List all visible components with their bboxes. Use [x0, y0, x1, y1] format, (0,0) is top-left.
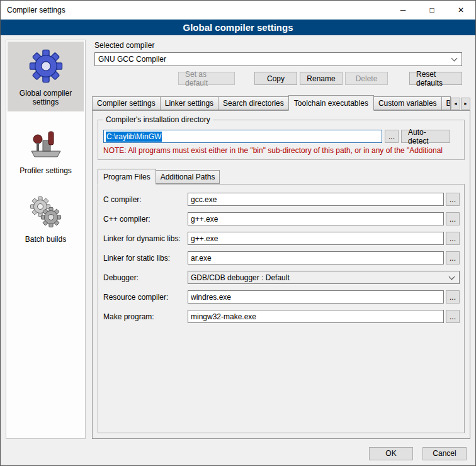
c-compiler-input[interactable]: [188, 193, 444, 206]
dialog-header: Global compiler settings: [1, 20, 475, 35]
dialog-footer: OK Cancel: [1, 441, 475, 465]
debugger-label: Debugger:: [103, 273, 188, 282]
titlebar[interactable]: Compiler settings ─ □ ✕: [1, 1, 475, 20]
window-controls: ─ □ ✕: [388, 1, 475, 20]
browse-button[interactable]: ...: [446, 310, 460, 323]
minimize-icon[interactable]: ─: [388, 1, 417, 20]
delete-button: Delete: [345, 72, 388, 85]
compiler-selection-section: Selected compiler GNU GCC Compiler Set a…: [94, 41, 462, 85]
form-row-resource-compiler: Resource compiler: ...: [103, 290, 460, 304]
profiler-icon: [26, 125, 65, 162]
form-row-debugger: Debugger: GDB/CDB debugger : Default: [103, 271, 460, 284]
browse-button[interactable]: ...: [446, 290, 460, 304]
category-sidebar: Global compiler settings Profiler settin…: [6, 40, 86, 439]
compiler-actions: Set as default Copy Rename Delete Reset …: [94, 72, 462, 85]
linker-dynamic-input[interactable]: [188, 232, 444, 245]
cancel-button[interactable]: Cancel: [422, 447, 467, 460]
tab-search-directories[interactable]: Search directories: [218, 96, 289, 110]
subtab-program-files[interactable]: Program Files: [98, 169, 156, 185]
installation-directory-group-label: Compiler's installation directory: [103, 115, 213, 124]
batch-builds-icon: [26, 194, 65, 230]
browse-button[interactable]: ...: [446, 193, 460, 206]
compiler-settings-window: Compiler settings ─ □ ✕ Global compiler …: [0, 0, 476, 466]
gear-icon: [26, 48, 65, 84]
browse-button[interactable]: ...: [446, 212, 460, 225]
cpp-compiler-label: C++ compiler:: [103, 215, 188, 224]
dialog-content: Global compiler settings Profiler settin…: [1, 35, 475, 441]
cpp-compiler-input[interactable]: [188, 212, 444, 225]
program-files-tabs: Program Files Additional Paths: [98, 169, 465, 184]
form-row-cpp-compiler: C++ compiler: ...: [103, 212, 460, 225]
chevron-down-icon: [449, 273, 455, 280]
form-row-linker-static: Linker for static libs: ...: [103, 251, 460, 264]
program-files-panel: C compiler: ... C++ compiler: ... Linker…: [98, 184, 465, 433]
note-text: NOTE: All programs must exist either in …: [103, 146, 459, 155]
installation-directory-group: Compiler's installation directory C:\ray…: [98, 120, 465, 160]
window-title: Compiler settings: [1, 6, 65, 14]
compiler-select[interactable]: GNU GCC Compiler: [94, 52, 462, 66]
tab-build-options[interactable]: Buil: [441, 96, 451, 110]
resource-compiler-label: Resource compiler:: [103, 293, 188, 302]
set-as-default-button: Set as default: [178, 72, 235, 85]
close-icon[interactable]: ✕: [446, 1, 475, 20]
make-program-input[interactable]: [188, 310, 444, 323]
linker-static-input[interactable]: [188, 251, 444, 264]
auto-detect-button[interactable]: Auto-detect: [401, 130, 450, 143]
installation-directory-input[interactable]: C:\raylib\MinGW: [103, 130, 382, 143]
installation-directory-value: C:\raylib\MinGW: [106, 132, 162, 142]
sidebar-item-profiler-settings[interactable]: Profiler settings: [8, 119, 84, 180]
tab-scroll-left-button[interactable]: ◄: [451, 98, 460, 110]
sidebar-item-label: Batch builds: [25, 235, 66, 244]
tab-toolchain-executables[interactable]: Toolchain executables: [288, 95, 374, 111]
sidebar-item-label: Profiler settings: [20, 166, 72, 175]
tab-linker-settings[interactable]: Linker settings: [160, 96, 218, 110]
form-row-linker-dynamic: Linker for dynamic libs: ...: [103, 232, 460, 245]
toolchain-executables-panel: Compiler's installation directory C:\ray…: [92, 110, 470, 439]
linker-dynamic-label: Linker for dynamic libs:: [103, 234, 188, 243]
sidebar-item-batch-builds[interactable]: Batch builds: [8, 188, 84, 249]
reset-defaults-button[interactable]: Reset defaults: [409, 72, 462, 85]
form-row-make-program: Make program: ...: [103, 310, 460, 323]
c-compiler-label: C compiler:: [103, 195, 188, 204]
browse-directory-button[interactable]: ...: [385, 130, 399, 143]
tab-compiler-settings[interactable]: Compiler settings: [92, 96, 161, 110]
main-panel: Selected compiler GNU GCC Compiler Set a…: [92, 40, 470, 439]
make-program-label: Make program:: [103, 312, 188, 321]
settings-tabs: Compiler settings Linker settings Search…: [92, 95, 470, 110]
browse-button[interactable]: ...: [446, 251, 460, 264]
tab-custom-variables[interactable]: Custom variables: [373, 96, 442, 110]
debugger-select-value: GDB/CDB debugger : Default: [191, 273, 290, 282]
resource-compiler-input[interactable]: [188, 290, 444, 304]
linker-static-label: Linker for static libs:: [103, 254, 188, 263]
debugger-select[interactable]: GDB/CDB debugger : Default: [188, 271, 460, 284]
rename-button[interactable]: Rename: [300, 72, 343, 85]
selected-compiler-label: Selected compiler: [94, 41, 462, 50]
ok-button[interactable]: OK: [369, 447, 413, 460]
copy-button[interactable]: Copy: [254, 72, 297, 85]
maximize-icon[interactable]: □: [417, 1, 446, 20]
subtab-additional-paths[interactable]: Additional Paths: [156, 170, 220, 184]
sidebar-item-global-compiler-settings[interactable]: Global compiler settings: [8, 42, 84, 111]
tab-scroll-controls: ◄ ►: [450, 98, 470, 110]
compiler-select-value: GNU GCC Compiler: [98, 55, 166, 64]
tab-scroll-right-button[interactable]: ►: [461, 98, 470, 110]
sidebar-item-label: Global compiler settings: [9, 89, 82, 106]
browse-button[interactable]: ...: [446, 232, 460, 245]
form-row-c-compiler: C compiler: ...: [103, 193, 460, 206]
chevron-down-icon: [451, 55, 458, 62]
installation-directory-row: C:\raylib\MinGW ... Auto-detect: [103, 130, 459, 143]
